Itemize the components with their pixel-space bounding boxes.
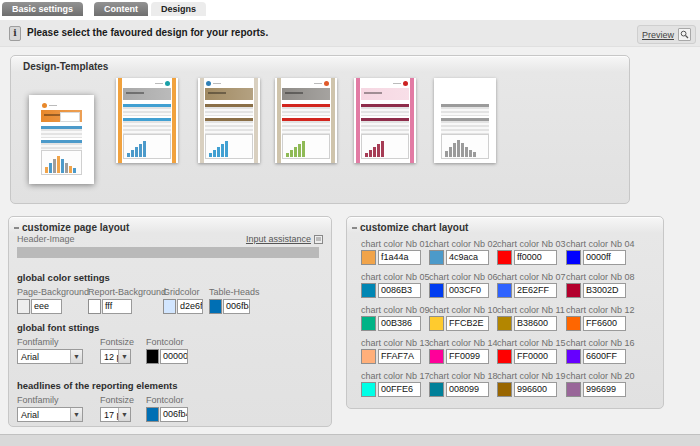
- chart-color-input[interactable]: FF0099: [446, 349, 489, 364]
- report-background-label: Report-Background: [88, 287, 166, 297]
- input-assistance-link[interactable]: Input assistance: [246, 234, 323, 244]
- headline-fontcolor-input[interactable]: 006fb4: [160, 407, 188, 422]
- fontsize-label: Fontsize: [100, 395, 134, 405]
- chart-color-input[interactable]: FF0000: [514, 349, 557, 364]
- chart-color-swatch[interactable]: [429, 316, 444, 331]
- header-image-input[interactable]: [17, 247, 319, 258]
- fontsize-select[interactable]: 12 px▼: [100, 349, 131, 364]
- template-header-band: [361, 88, 409, 100]
- headline-fontcolor-swatch[interactable]: [146, 407, 159, 422]
- chart-color-label: chart color Nb 16: [566, 338, 634, 348]
- template-orange-curve-design[interactable]: [29, 95, 94, 184]
- template-sand-design[interactable]: [198, 78, 260, 163]
- chart-color-swatch[interactable]: [497, 316, 512, 331]
- chart-color-input[interactable]: 2E62FF: [514, 283, 557, 298]
- chart-color-input[interactable]: 0086B3: [378, 283, 421, 298]
- template-logo-text: [393, 83, 401, 84]
- chart-color-label: chart color Nb 09: [361, 305, 429, 315]
- template-plain-design[interactable]: [434, 78, 496, 163]
- chart-color-input[interactable]: 00FFE6: [378, 382, 421, 397]
- chart-color-cell-05: chart color Nb 050086B3: [361, 272, 429, 305]
- collapse-icon[interactable]: [14, 227, 19, 229]
- chart-color-input[interactable]: 003CF0: [446, 283, 489, 298]
- page-background-swatch[interactable]: [17, 299, 30, 314]
- chart-color-input[interactable]: FFCB2E: [446, 316, 489, 331]
- table-heads-input[interactable]: 006fb4: [223, 299, 250, 314]
- global-font-heading: global font sttings: [17, 322, 99, 333]
- template-page: [354, 78, 416, 163]
- collapse-icon[interactable]: [352, 227, 357, 229]
- template-red-design[interactable]: [275, 78, 337, 163]
- template-table-rows: [41, 129, 82, 138]
- chart-color-swatch[interactable]: [497, 250, 512, 265]
- template-table-section: [205, 118, 253, 135]
- chart-color-swatch[interactable]: [566, 316, 581, 331]
- chart-color-input[interactable]: 996699: [583, 382, 626, 397]
- chart-color-input[interactable]: 0000ff: [583, 250, 626, 265]
- chart-color-swatch[interactable]: [429, 382, 444, 397]
- chart-color-swatch[interactable]: [429, 283, 444, 298]
- template-header-band: [123, 88, 171, 100]
- template-chart-bar: [461, 143, 464, 157]
- chart-color-swatch[interactable]: [361, 250, 376, 265]
- tab-designs[interactable]: Designs: [151, 2, 206, 16]
- chart-color-input[interactable]: FFAF7A: [378, 349, 421, 364]
- template-pink-design[interactable]: [354, 78, 416, 163]
- table-heads-label: Table-Heads: [209, 287, 260, 297]
- input-assistance-label: Input assistance: [246, 234, 311, 244]
- gridcolor-input[interactable]: d2e6ff: [177, 299, 203, 314]
- fontsize-label: Fontsize: [100, 337, 134, 347]
- table-heads-swatch[interactable]: [209, 299, 222, 314]
- template-chart-bar: [298, 144, 301, 157]
- chart-color-swatch[interactable]: [566, 283, 581, 298]
- chart-color-input[interactable]: B3002D: [583, 283, 626, 298]
- template-header-title: [364, 92, 382, 94]
- fontfamily-select[interactable]: Arial▼: [17, 349, 83, 364]
- chart-color-label: chart color Nb 06: [429, 272, 497, 282]
- chart-color-input[interactable]: ff0000: [514, 250, 557, 265]
- template-table-section: [441, 104, 489, 116]
- chart-color-input[interactable]: FF6600: [583, 316, 626, 331]
- chart-color-swatch[interactable]: [566, 382, 581, 397]
- template-chart-bar: [213, 150, 216, 157]
- headline-fontfamily-select[interactable]: Arial▼: [17, 407, 83, 422]
- chart-color-cell-12: chart color Nb 12FF6600: [566, 305, 634, 338]
- chart-color-swatch[interactable]: [361, 316, 376, 331]
- chart-color-swatch[interactable]: [429, 349, 444, 364]
- chart-color-cell-13: chart color Nb 13FFAF7A: [361, 338, 429, 371]
- report-background-input[interactable]: fff: [102, 299, 132, 314]
- page-background-input[interactable]: eee: [31, 299, 62, 314]
- report-background-swatch[interactable]: [88, 299, 101, 314]
- template-chart-bar: [465, 147, 468, 157]
- design-templates-panel: Design-Templates: [10, 55, 630, 204]
- chart-color-swatch[interactable]: [361, 283, 376, 298]
- chart-color-swatch[interactable]: [361, 349, 376, 364]
- chart-color-swatch[interactable]: [497, 283, 512, 298]
- fontcolor-swatch[interactable]: [146, 349, 159, 364]
- chart-color-swatch[interactable]: [361, 382, 376, 397]
- chart-color-swatch[interactable]: [497, 349, 512, 364]
- chart-color-input[interactable]: 6600FF: [583, 349, 626, 364]
- chart-color-swatch[interactable]: [497, 382, 512, 397]
- chart-color-swatch[interactable]: [566, 250, 581, 265]
- chart-color-input[interactable]: B38600: [514, 316, 557, 331]
- fontcolor-input[interactable]: 000000: [160, 349, 188, 364]
- template-blue-orange-stripes[interactable]: [116, 78, 178, 163]
- chart-color-label: chart color Nb 03: [497, 239, 566, 249]
- chart-color-input[interactable]: 008099: [446, 382, 489, 397]
- tab-basic-settings[interactable]: Basic settings: [2, 2, 83, 16]
- chart-color-input[interactable]: 00B386: [378, 316, 421, 331]
- chart-color-swatch[interactable]: [566, 349, 581, 364]
- headline-fontsize-select[interactable]: 17 px▼: [100, 407, 131, 422]
- gridcolor-swatch[interactable]: [163, 299, 176, 314]
- template-logo-text: [49, 105, 57, 106]
- template-page: [275, 78, 337, 163]
- chart-color-input[interactable]: 996600: [514, 382, 557, 397]
- preview-button[interactable]: Preview: [637, 25, 696, 44]
- chart-color-label: chart color Nb 07: [497, 272, 566, 282]
- tab-content[interactable]: Content: [94, 2, 148, 16]
- chart-color-input[interactable]: 4c9aca: [446, 250, 489, 265]
- template-logo: [42, 103, 47, 108]
- chart-color-input[interactable]: f1a44a: [378, 250, 421, 265]
- chart-color-swatch[interactable]: [429, 250, 444, 265]
